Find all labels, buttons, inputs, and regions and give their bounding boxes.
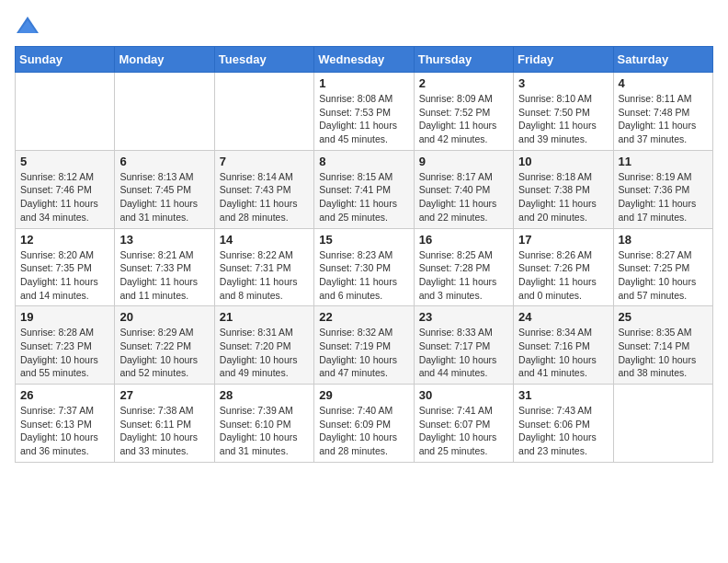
day-info: Sunrise: 8:15 AMSunset: 7:41 PMDaylight:…	[319, 170, 408, 224]
calendar-cell: 19Sunrise: 8:28 AMSunset: 7:23 PMDayligh…	[16, 306, 115, 385]
day-info: Sunrise: 8:31 AMSunset: 7:20 PMDaylight:…	[220, 326, 309, 380]
day-number: 18	[619, 233, 708, 247]
calendar-cell: 21Sunrise: 8:31 AMSunset: 7:20 PMDayligh…	[214, 306, 313, 385]
calendar-cell: 24Sunrise: 8:34 AMSunset: 7:16 PMDayligh…	[514, 306, 613, 385]
weekday-header: Sunday	[16, 47, 115, 73]
day-info: Sunrise: 8:09 AMSunset: 7:52 PMDaylight:…	[419, 92, 508, 146]
calendar-cell: 18Sunrise: 8:27 AMSunset: 7:25 PMDayligh…	[613, 228, 712, 306]
day-info: Sunrise: 8:17 AMSunset: 7:40 PMDaylight:…	[419, 170, 508, 224]
day-number: 5	[20, 155, 109, 168]
calendar-cell: 31Sunrise: 7:43 AMSunset: 6:06 PMDayligh…	[514, 385, 613, 463]
day-info: Sunrise: 8:08 AMSunset: 7:53 PMDaylight:…	[319, 92, 408, 146]
calendar-week-row: 26Sunrise: 7:37 AMSunset: 6:13 PMDayligh…	[16, 385, 713, 463]
calendar-cell: 5Sunrise: 8:12 AMSunset: 7:46 PMDaylight…	[16, 150, 115, 228]
calendar-cell: 4Sunrise: 8:11 AMSunset: 7:48 PMDaylight…	[613, 73, 712, 151]
day-info: Sunrise: 7:43 AMSunset: 6:06 PMDaylight:…	[518, 404, 608, 458]
calendar-week-row: 12Sunrise: 8:20 AMSunset: 7:35 PMDayligh…	[16, 228, 713, 306]
calendar-cell: 27Sunrise: 7:38 AMSunset: 6:11 PMDayligh…	[115, 385, 214, 463]
calendar-cell: 11Sunrise: 8:19 AMSunset: 7:36 PMDayligh…	[613, 150, 712, 228]
day-number: 14	[220, 233, 309, 247]
day-number: 12	[20, 233, 109, 247]
logo	[15, 15, 44, 35]
day-info: Sunrise: 7:38 AMSunset: 6:11 PMDaylight:…	[119, 404, 209, 458]
day-number: 10	[518, 155, 608, 168]
calendar-week-row: 5Sunrise: 8:12 AMSunset: 7:46 PMDaylight…	[16, 150, 713, 228]
day-info: Sunrise: 8:25 AMSunset: 7:28 PMDaylight:…	[419, 248, 508, 303]
day-info: Sunrise: 8:28 AMSunset: 7:23 PMDaylight:…	[20, 326, 109, 380]
day-info: Sunrise: 8:21 AMSunset: 7:33 PMDaylight:…	[119, 248, 209, 303]
day-info: Sunrise: 8:35 AMSunset: 7:14 PMDaylight:…	[619, 326, 708, 380]
day-number: 16	[419, 233, 508, 247]
day-number: 7	[220, 155, 309, 168]
calendar-cell: 20Sunrise: 8:29 AMSunset: 7:22 PMDayligh…	[115, 306, 214, 385]
calendar-cell: 29Sunrise: 7:40 AMSunset: 6:09 PMDayligh…	[314, 385, 414, 463]
calendar-cell: 9Sunrise: 8:17 AMSunset: 7:40 PMDaylight…	[414, 150, 513, 228]
day-info: Sunrise: 8:19 AMSunset: 7:36 PMDaylight:…	[619, 170, 708, 224]
day-number: 2	[419, 76, 508, 90]
day-info: Sunrise: 7:37 AMSunset: 6:13 PMDaylight:…	[20, 404, 109, 458]
calendar-week-row: 1Sunrise: 8:08 AMSunset: 7:53 PMDaylight…	[16, 73, 713, 151]
calendar-cell: 3Sunrise: 8:10 AMSunset: 7:50 PMDaylight…	[514, 73, 613, 151]
day-info: Sunrise: 8:33 AMSunset: 7:17 PMDaylight:…	[419, 326, 508, 380]
day-number: 19	[20, 310, 109, 324]
day-number: 20	[119, 310, 209, 324]
day-number: 31	[518, 388, 608, 402]
day-info: Sunrise: 7:40 AMSunset: 6:09 PMDaylight:…	[319, 404, 408, 458]
day-number: 8	[319, 155, 408, 168]
day-info: Sunrise: 8:20 AMSunset: 7:35 PMDaylight:…	[20, 248, 109, 303]
day-info: Sunrise: 8:22 AMSunset: 7:31 PMDaylight:…	[220, 248, 309, 303]
day-info: Sunrise: 8:13 AMSunset: 7:45 PMDaylight:…	[119, 170, 209, 224]
day-number: 6	[119, 155, 209, 168]
calendar-cell: 25Sunrise: 8:35 AMSunset: 7:14 PMDayligh…	[613, 306, 712, 385]
day-number: 26	[20, 388, 109, 402]
day-info: Sunrise: 8:34 AMSunset: 7:16 PMDaylight:…	[518, 326, 608, 380]
day-number: 22	[319, 310, 408, 324]
calendar-cell: 28Sunrise: 7:39 AMSunset: 6:10 PMDayligh…	[214, 385, 313, 463]
day-number: 9	[419, 155, 508, 168]
day-number: 17	[518, 233, 608, 247]
day-number: 30	[419, 388, 508, 402]
calendar-cell: 26Sunrise: 7:37 AMSunset: 6:13 PMDayligh…	[16, 385, 115, 463]
day-info: Sunrise: 8:18 AMSunset: 7:38 PMDaylight:…	[518, 170, 608, 224]
calendar-cell: 8Sunrise: 8:15 AMSunset: 7:41 PMDaylight…	[314, 150, 414, 228]
day-number: 29	[319, 388, 408, 402]
day-info: Sunrise: 8:23 AMSunset: 7:30 PMDaylight:…	[319, 248, 408, 303]
day-info: Sunrise: 8:10 AMSunset: 7:50 PMDaylight:…	[518, 92, 608, 146]
weekday-header: Friday	[514, 47, 613, 73]
calendar-cell	[16, 73, 115, 151]
day-info: Sunrise: 8:29 AMSunset: 7:22 PMDaylight:…	[119, 326, 209, 380]
calendar-cell: 2Sunrise: 8:09 AMSunset: 7:52 PMDaylight…	[414, 73, 513, 151]
day-number: 24	[518, 310, 608, 324]
header	[15, 15, 713, 35]
calendar-cell: 17Sunrise: 8:26 AMSunset: 7:26 PMDayligh…	[514, 228, 613, 306]
day-number: 4	[619, 76, 708, 90]
calendar-cell: 14Sunrise: 8:22 AMSunset: 7:31 PMDayligh…	[214, 228, 313, 306]
logo-icon	[15, 15, 40, 35]
day-info: Sunrise: 7:41 AMSunset: 6:07 PMDaylight:…	[419, 404, 508, 458]
day-number: 27	[119, 388, 209, 402]
calendar-cell: 15Sunrise: 8:23 AMSunset: 7:30 PMDayligh…	[314, 228, 414, 306]
day-number: 23	[419, 310, 508, 324]
calendar-cell: 22Sunrise: 8:32 AMSunset: 7:19 PMDayligh…	[314, 306, 414, 385]
day-info: Sunrise: 7:39 AMSunset: 6:10 PMDaylight:…	[220, 404, 309, 458]
calendar-table: SundayMondayTuesdayWednesdayThursdayFrid…	[15, 46, 713, 463]
day-number: 3	[518, 76, 608, 90]
day-info: Sunrise: 8:12 AMSunset: 7:46 PMDaylight:…	[20, 170, 109, 224]
calendar-cell: 30Sunrise: 7:41 AMSunset: 6:07 PMDayligh…	[414, 385, 513, 463]
day-info: Sunrise: 8:32 AMSunset: 7:19 PMDaylight:…	[319, 326, 408, 380]
day-number: 28	[220, 388, 309, 402]
weekday-header: Saturday	[613, 47, 712, 73]
day-number: 21	[220, 310, 309, 324]
calendar-cell: 7Sunrise: 8:14 AMSunset: 7:43 PMDaylight…	[214, 150, 313, 228]
calendar-cell: 13Sunrise: 8:21 AMSunset: 7:33 PMDayligh…	[115, 228, 214, 306]
day-info: Sunrise: 8:26 AMSunset: 7:26 PMDaylight:…	[518, 248, 608, 303]
day-number: 25	[619, 310, 708, 324]
day-info: Sunrise: 8:14 AMSunset: 7:43 PMDaylight:…	[220, 170, 309, 224]
calendar-cell: 6Sunrise: 8:13 AMSunset: 7:45 PMDaylight…	[115, 150, 214, 228]
calendar-cell: 12Sunrise: 8:20 AMSunset: 7:35 PMDayligh…	[16, 228, 115, 306]
calendar-week-row: 19Sunrise: 8:28 AMSunset: 7:23 PMDayligh…	[16, 306, 713, 385]
weekday-header: Thursday	[414, 47, 513, 73]
day-number: 15	[319, 233, 408, 247]
calendar-cell: 16Sunrise: 8:25 AMSunset: 7:28 PMDayligh…	[414, 228, 513, 306]
calendar-cell	[115, 73, 214, 151]
